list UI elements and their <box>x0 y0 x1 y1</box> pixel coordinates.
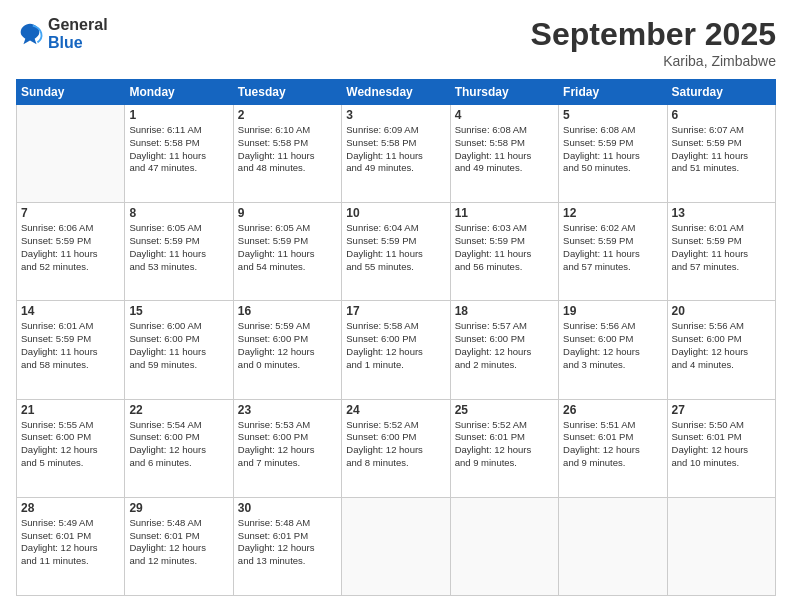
day-info: Sunrise: 5:51 AMSunset: 6:01 PMDaylight:… <box>563 419 662 470</box>
day-number: 1 <box>129 108 228 122</box>
calendar-week-row: 21Sunrise: 5:55 AMSunset: 6:00 PMDayligh… <box>17 399 776 497</box>
calendar-day-header: Sunday <box>17 80 125 105</box>
calendar-cell: 3Sunrise: 6:09 AMSunset: 5:58 PMDaylight… <box>342 105 450 203</box>
calendar-week-row: 7Sunrise: 6:06 AMSunset: 5:59 PMDaylight… <box>17 203 776 301</box>
calendar-cell: 25Sunrise: 5:52 AMSunset: 6:01 PMDayligh… <box>450 399 558 497</box>
day-number: 16 <box>238 304 337 318</box>
calendar-cell: 4Sunrise: 6:08 AMSunset: 5:58 PMDaylight… <box>450 105 558 203</box>
day-info: Sunrise: 6:01 AMSunset: 5:59 PMDaylight:… <box>21 320 120 371</box>
calendar-table: SundayMondayTuesdayWednesdayThursdayFrid… <box>16 79 776 596</box>
day-info: Sunrise: 5:58 AMSunset: 6:00 PMDaylight:… <box>346 320 445 371</box>
calendar-cell: 11Sunrise: 6:03 AMSunset: 5:59 PMDayligh… <box>450 203 558 301</box>
calendar-day-header: Friday <box>559 80 667 105</box>
calendar-cell <box>342 497 450 595</box>
day-info: Sunrise: 5:54 AMSunset: 6:00 PMDaylight:… <box>129 419 228 470</box>
day-info: Sunrise: 6:07 AMSunset: 5:59 PMDaylight:… <box>672 124 771 175</box>
day-info: Sunrise: 5:55 AMSunset: 6:00 PMDaylight:… <box>21 419 120 470</box>
page: General Blue September 2025 Kariba, Zimb… <box>0 0 792 612</box>
calendar-cell <box>667 497 775 595</box>
day-number: 26 <box>563 403 662 417</box>
calendar-cell: 21Sunrise: 5:55 AMSunset: 6:00 PMDayligh… <box>17 399 125 497</box>
day-number: 4 <box>455 108 554 122</box>
calendar-cell <box>559 497 667 595</box>
logo: General Blue <box>16 16 108 51</box>
day-number: 5 <box>563 108 662 122</box>
logo-text: General Blue <box>48 16 108 51</box>
day-info: Sunrise: 5:50 AMSunset: 6:01 PMDaylight:… <box>672 419 771 470</box>
day-info: Sunrise: 6:11 AMSunset: 5:58 PMDaylight:… <box>129 124 228 175</box>
day-number: 6 <box>672 108 771 122</box>
calendar-cell: 6Sunrise: 6:07 AMSunset: 5:59 PMDaylight… <box>667 105 775 203</box>
calendar-day-header: Wednesday <box>342 80 450 105</box>
day-number: 9 <box>238 206 337 220</box>
calendar-cell: 30Sunrise: 5:48 AMSunset: 6:01 PMDayligh… <box>233 497 341 595</box>
day-number: 11 <box>455 206 554 220</box>
day-number: 21 <box>21 403 120 417</box>
calendar-day-header: Saturday <box>667 80 775 105</box>
day-info: Sunrise: 6:05 AMSunset: 5:59 PMDaylight:… <box>129 222 228 273</box>
calendar-day-header: Tuesday <box>233 80 341 105</box>
calendar-header-row: SundayMondayTuesdayWednesdayThursdayFrid… <box>17 80 776 105</box>
day-info: Sunrise: 5:48 AMSunset: 6:01 PMDaylight:… <box>238 517 337 568</box>
calendar-cell: 19Sunrise: 5:56 AMSunset: 6:00 PMDayligh… <box>559 301 667 399</box>
calendar-cell: 24Sunrise: 5:52 AMSunset: 6:00 PMDayligh… <box>342 399 450 497</box>
calendar-cell: 27Sunrise: 5:50 AMSunset: 6:01 PMDayligh… <box>667 399 775 497</box>
day-info: Sunrise: 5:59 AMSunset: 6:00 PMDaylight:… <box>238 320 337 371</box>
day-info: Sunrise: 6:02 AMSunset: 5:59 PMDaylight:… <box>563 222 662 273</box>
day-number: 3 <box>346 108 445 122</box>
calendar-cell: 16Sunrise: 5:59 AMSunset: 6:00 PMDayligh… <box>233 301 341 399</box>
calendar-cell: 8Sunrise: 6:05 AMSunset: 5:59 PMDaylight… <box>125 203 233 301</box>
calendar-cell: 10Sunrise: 6:04 AMSunset: 5:59 PMDayligh… <box>342 203 450 301</box>
calendar-cell: 22Sunrise: 5:54 AMSunset: 6:00 PMDayligh… <box>125 399 233 497</box>
calendar-week-row: 1Sunrise: 6:11 AMSunset: 5:58 PMDaylight… <box>17 105 776 203</box>
location: Kariba, Zimbabwe <box>531 53 776 69</box>
day-number: 12 <box>563 206 662 220</box>
title-block: September 2025 Kariba, Zimbabwe <box>531 16 776 69</box>
calendar-cell: 1Sunrise: 6:11 AMSunset: 5:58 PMDaylight… <box>125 105 233 203</box>
calendar-cell: 28Sunrise: 5:49 AMSunset: 6:01 PMDayligh… <box>17 497 125 595</box>
day-number: 28 <box>21 501 120 515</box>
day-number: 2 <box>238 108 337 122</box>
day-info: Sunrise: 6:03 AMSunset: 5:59 PMDaylight:… <box>455 222 554 273</box>
day-number: 13 <box>672 206 771 220</box>
day-number: 19 <box>563 304 662 318</box>
day-info: Sunrise: 6:09 AMSunset: 5:58 PMDaylight:… <box>346 124 445 175</box>
day-info: Sunrise: 5:53 AMSunset: 6:00 PMDaylight:… <box>238 419 337 470</box>
day-info: Sunrise: 5:49 AMSunset: 6:01 PMDaylight:… <box>21 517 120 568</box>
day-number: 17 <box>346 304 445 318</box>
calendar-cell <box>450 497 558 595</box>
day-number: 30 <box>238 501 337 515</box>
day-number: 20 <box>672 304 771 318</box>
day-info: Sunrise: 6:00 AMSunset: 6:00 PMDaylight:… <box>129 320 228 371</box>
day-number: 18 <box>455 304 554 318</box>
day-number: 14 <box>21 304 120 318</box>
calendar-cell: 9Sunrise: 6:05 AMSunset: 5:59 PMDaylight… <box>233 203 341 301</box>
day-number: 22 <box>129 403 228 417</box>
calendar-cell: 17Sunrise: 5:58 AMSunset: 6:00 PMDayligh… <box>342 301 450 399</box>
calendar-cell: 15Sunrise: 6:00 AMSunset: 6:00 PMDayligh… <box>125 301 233 399</box>
day-info: Sunrise: 6:05 AMSunset: 5:59 PMDaylight:… <box>238 222 337 273</box>
calendar-cell: 12Sunrise: 6:02 AMSunset: 5:59 PMDayligh… <box>559 203 667 301</box>
day-info: Sunrise: 5:56 AMSunset: 6:00 PMDaylight:… <box>672 320 771 371</box>
calendar-day-header: Thursday <box>450 80 558 105</box>
logo-icon <box>16 20 44 48</box>
calendar-cell: 13Sunrise: 6:01 AMSunset: 5:59 PMDayligh… <box>667 203 775 301</box>
day-number: 25 <box>455 403 554 417</box>
day-number: 23 <box>238 403 337 417</box>
calendar-cell <box>17 105 125 203</box>
calendar-week-row: 28Sunrise: 5:49 AMSunset: 6:01 PMDayligh… <box>17 497 776 595</box>
day-info: Sunrise: 6:06 AMSunset: 5:59 PMDaylight:… <box>21 222 120 273</box>
day-info: Sunrise: 6:10 AMSunset: 5:58 PMDaylight:… <box>238 124 337 175</box>
day-info: Sunrise: 6:08 AMSunset: 5:59 PMDaylight:… <box>563 124 662 175</box>
day-info: Sunrise: 5:57 AMSunset: 6:00 PMDaylight:… <box>455 320 554 371</box>
calendar-cell: 18Sunrise: 5:57 AMSunset: 6:00 PMDayligh… <box>450 301 558 399</box>
calendar-cell: 20Sunrise: 5:56 AMSunset: 6:00 PMDayligh… <box>667 301 775 399</box>
calendar-cell: 2Sunrise: 6:10 AMSunset: 5:58 PMDaylight… <box>233 105 341 203</box>
calendar-cell: 14Sunrise: 6:01 AMSunset: 5:59 PMDayligh… <box>17 301 125 399</box>
calendar-day-header: Monday <box>125 80 233 105</box>
day-number: 7 <box>21 206 120 220</box>
calendar-cell: 5Sunrise: 6:08 AMSunset: 5:59 PMDaylight… <box>559 105 667 203</box>
day-info: Sunrise: 6:08 AMSunset: 5:58 PMDaylight:… <box>455 124 554 175</box>
day-info: Sunrise: 6:01 AMSunset: 5:59 PMDaylight:… <box>672 222 771 273</box>
month-title: September 2025 <box>531 16 776 53</box>
